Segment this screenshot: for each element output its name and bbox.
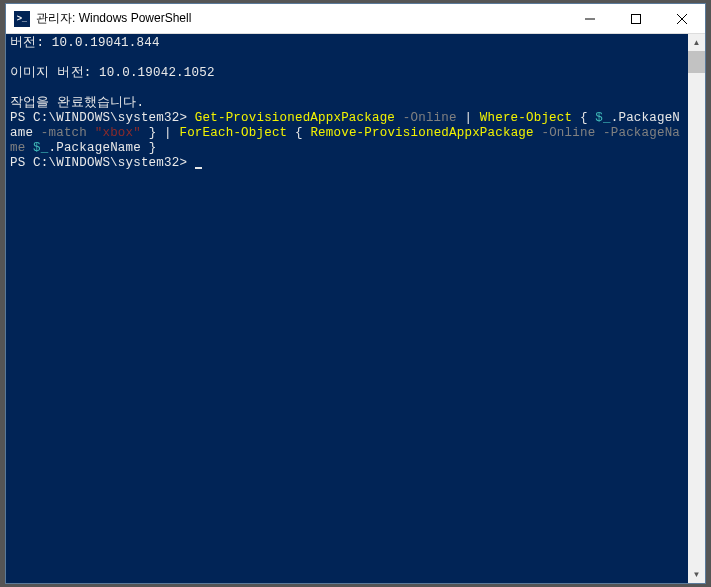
minimize-button[interactable] — [567, 4, 613, 33]
cmd-where: Where-Object — [480, 111, 572, 125]
cmd-pipe: | — [464, 111, 479, 125]
window-controls — [567, 4, 705, 33]
terminal-output[interactable]: 버전: 10.0.19041.844 이미지 버전: 10.0.19042.10… — [6, 34, 688, 583]
scroll-up-button[interactable]: ▲ — [688, 34, 705, 51]
cmd-remove: Remove-ProvisionedAppxPackage — [310, 126, 533, 140]
close-button[interactable] — [659, 4, 705, 33]
terminal-area: 버전: 10.0.19041.844 이미지 버전: 10.0.19042.10… — [6, 34, 705, 583]
cmd-pipe2: | — [164, 126, 179, 140]
image-version-value: 10.0.19042.1052 — [99, 66, 215, 80]
window-title: 관리자: Windows PowerShell — [36, 10, 567, 27]
cmd-get-package: Get-ProvisionedAppxPackage — [195, 111, 395, 125]
cmd-var: $_ — [595, 111, 610, 125]
prompt-2: PS C:\WINDOWS\system32> — [10, 156, 195, 170]
cmd-var2: $_ — [33, 141, 48, 155]
svg-rect-1 — [632, 14, 641, 23]
cmd-string: "xbox" — [87, 126, 141, 140]
cmd-brace2: } — [141, 126, 164, 140]
version-label: 버전: — [10, 36, 52, 50]
cmd-brace3: { — [287, 126, 310, 140]
image-version-label: 이미지 버전: — [10, 66, 99, 80]
version-value: 10.0.19041.844 — [52, 36, 160, 50]
maximize-button[interactable] — [613, 4, 659, 33]
scroll-thumb[interactable] — [688, 51, 705, 73]
powershell-window: 관리자: Windows PowerShell 버전: 10.0.19041.8… — [5, 3, 706, 584]
maximize-icon — [631, 14, 641, 24]
status-text: 작업을 완료했습니다. — [10, 96, 144, 110]
titlebar[interactable]: 관리자: Windows PowerShell — [6, 4, 705, 34]
cmd-brace: { — [572, 111, 595, 125]
minimize-icon — [585, 14, 595, 24]
cmd-prop2: .PackageName } — [49, 141, 157, 155]
close-icon — [677, 14, 687, 24]
prompt-1: PS C:\WINDOWS\system32> — [10, 111, 195, 125]
cmd-match: -match — [41, 126, 87, 140]
cmd-flag: -Online — [395, 111, 464, 125]
powershell-icon — [14, 11, 30, 27]
scroll-down-button[interactable]: ▼ — [688, 566, 705, 583]
scrollbar[interactable]: ▲ ▼ — [688, 34, 705, 583]
cmd-foreach: ForEach-Object — [179, 126, 287, 140]
cursor — [195, 167, 202, 169]
